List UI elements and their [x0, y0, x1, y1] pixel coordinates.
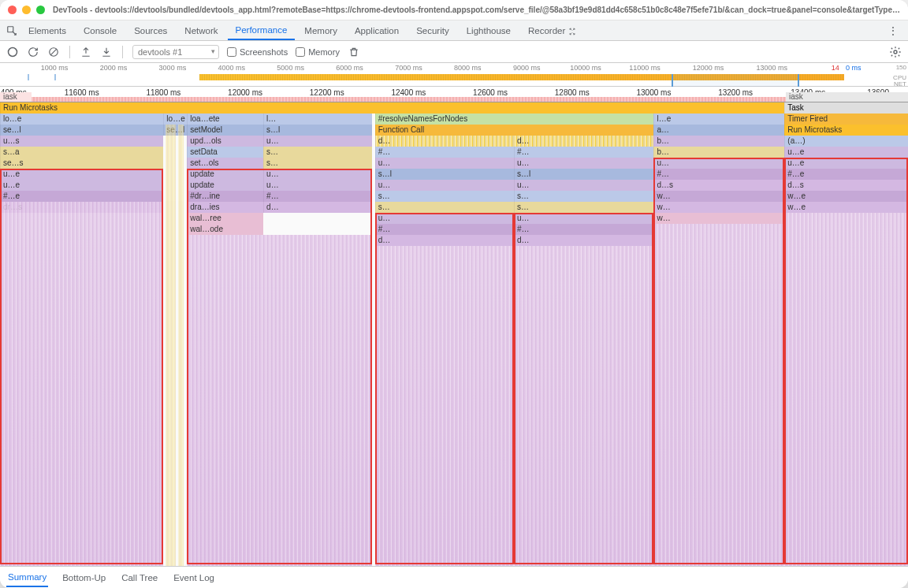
gear-icon[interactable] — [889, 46, 902, 58]
window-title: DevTools - devtools://devtools/bundled/d… — [53, 6, 900, 14]
tab-security[interactable]: Security — [408, 22, 457, 39]
close-icon[interactable] — [8, 6, 17, 14]
details-tabstrip: Summary Bottom-Up Call Tree Event Log — [0, 566, 908, 588]
record-button[interactable] — [6, 46, 19, 58]
tab-elements[interactable]: Elements — [20, 22, 74, 39]
kebab-menu-icon[interactable]: ⋮ — [883, 24, 903, 37]
flame-chart[interactable]: Run Microtasks Task lo…e lo…e loa…ete l…… — [0, 102, 908, 566]
upload-button[interactable] — [80, 46, 92, 58]
timeline-ruler[interactable]: 400 ms 11600 ms 11800 ms 12000 ms 12200 … — [0, 87, 908, 102]
tab-sources[interactable]: Sources — [126, 22, 175, 39]
screenshots-checkbox[interactable]: Screenshots — [227, 47, 288, 57]
svg-point-1 — [9, 47, 17, 56]
tab-recorder[interactable]: Recorder — [520, 22, 584, 39]
flame-function-call[interactable]: Function Call — [375, 125, 654, 136]
tab-summary[interactable]: Summary — [6, 568, 48, 587]
tab-application[interactable]: Application — [347, 22, 407, 39]
reload-button[interactable] — [27, 46, 39, 58]
clear-button[interactable] — [47, 46, 60, 58]
tab-memory[interactable]: Memory — [296, 22, 345, 39]
window-titlebar: DevTools - devtools://devtools/bundled/d… — [0, 0, 908, 20]
devtools-tabstrip: Elements Console Sources Network Perform… — [0, 20, 908, 41]
flame-timer-fired[interactable]: Timer Fired — [784, 114, 908, 125]
minimize-icon[interactable] — [22, 6, 31, 14]
tab-lighthouse[interactable]: Lighthouse — [459, 22, 519, 39]
tab-console[interactable]: Console — [76, 22, 125, 39]
flame-task[interactable]: Task — [784, 102, 908, 114]
flame-run-microtasks[interactable]: Run Microtasks — [0, 102, 784, 114]
inspect-icon[interactable] — [5, 24, 19, 38]
tab-bottom-up[interactable]: Bottom-Up — [61, 569, 107, 586]
tab-event-log[interactable]: Event Log — [172, 569, 216, 586]
overview-strip[interactable]: 1000 ms 2000 ms 3000 ms 4000 ms 5000 ms … — [0, 63, 908, 87]
perf-toolbar: devtools #1 Screenshots Memory — [0, 41, 908, 63]
download-button[interactable] — [100, 46, 113, 58]
zoom-icon[interactable] — [36, 6, 45, 14]
profile-select[interactable]: devtools #1 — [132, 45, 219, 59]
tab-performance[interactable]: Performance — [228, 21, 296, 40]
traffic-lights — [8, 6, 45, 14]
devtools-window: DevTools - devtools://devtools/bundled/d… — [0, 0, 908, 588]
overview-selection[interactable] — [672, 74, 798, 87]
tab-call-tree[interactable]: Call Tree — [120, 569, 159, 586]
trash-button[interactable] — [348, 46, 360, 58]
flame-resolve-names[interactable]: #resolveNamesForNodes — [375, 114, 654, 125]
memory-checkbox[interactable]: Memory — [296, 47, 340, 57]
svg-point-3 — [894, 50, 897, 54]
tab-network[interactable]: Network — [177, 22, 225, 39]
